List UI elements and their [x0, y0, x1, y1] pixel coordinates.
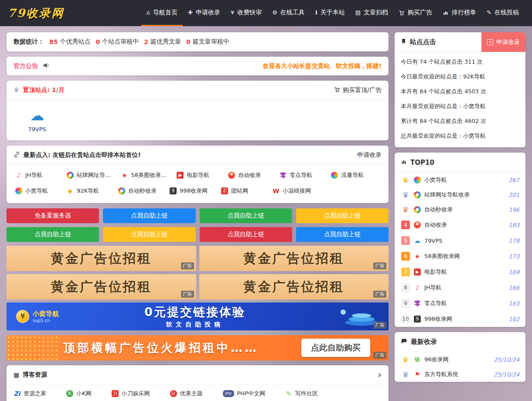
cart-icon [399, 10, 405, 16]
site-link[interactable]: ◆92K导航 [61, 183, 113, 199]
server-ad-button[interactable]: 免备案服务器 [7, 208, 99, 223]
top10-row[interactable]: ♛ 小窝导航 267 [395, 173, 525, 187]
latest-collected-row[interactable]: ♛ 链 96收录网 25/10/24 [395, 352, 525, 367]
gold-ad-banner[interactable]: 黄金广告位招租 广告 [7, 246, 196, 271]
sup5-ad-banner[interactable]: ¥ 小窝导航 sup5.cn 0元提交链接体验 软文自助投稿 广告 [7, 302, 389, 330]
click-stat-line: 今日有 74 个站点被点击 311 次 [401, 54, 519, 69]
site-link[interactable]: K小K网 [66, 390, 92, 398]
apply-plus-icon: ✚ [188, 10, 193, 15]
pinned-site-79vps[interactable]: ☁ 79VPS [16, 109, 58, 133]
red-w-icon: W [273, 187, 280, 194]
latest-in-title: 最新点入: 友链后在贵站点击即排本站首位! [24, 151, 141, 159]
nav-item-submit[interactable]: ✎ 在线投稿 [481, 0, 524, 26]
top10-row[interactable]: 4 自动收录 183 [395, 217, 525, 233]
self-link-button[interactable]: 点我自助上链 [200, 227, 292, 242]
click-stat-line: 本月有 84 个站点被点击 4503 次 [401, 84, 519, 99]
red-u-icon: U [170, 390, 177, 397]
nav-label: 排行榜单 [452, 9, 476, 17]
top-banner-text: 顶部横幅广告位火爆招租中…… [63, 340, 301, 356]
site-link[interactable]: 自动秒收录 [113, 183, 164, 199]
apply-collect-button[interactable]: ＋ 申请收录 [481, 32, 525, 52]
nav-item-apply[interactable]: ✚ 申请收录 [183, 0, 225, 26]
buy-now-button[interactable]: 点此自助购买 [301, 339, 370, 357]
green-pen-icon: ✎ [285, 390, 292, 397]
site-link[interactable]: U优美主题 [170, 390, 203, 398]
site-link[interactable]: W小温链接网 [267, 183, 319, 199]
top10-row[interactable]: 5 ☁ 79VPS 178 [395, 233, 525, 248]
buy-top-ad-link[interactable]: 购买置顶/广告 [334, 86, 382, 94]
site-link[interactable]: 站牌网址导... [61, 167, 116, 183]
top-banner-ad[interactable]: 顶部横幅广告位火爆招租中…… 点此自助购买 广告 [7, 335, 389, 360]
top10-title: TOP10 [410, 159, 434, 167]
site-link[interactable]: 流量导航 [326, 167, 377, 183]
top10-row[interactable]: 9 零 零点导航 163 [395, 296, 525, 311]
paid-review-icon: ¥ [231, 10, 234, 15]
main-column: 数据统计： 85 个优秀站点 0 个站点审核中 2 篇优秀文章 0 篇文章审核中… [7, 32, 389, 401]
self-link-button[interactable]: 点我自助上链 [103, 227, 195, 242]
self-link-button[interactable]: 点我自助上链 [296, 227, 389, 242]
site-link[interactable]: Zi资源之家 [14, 390, 46, 398]
site-link[interactable]: 小窝导航 [10, 183, 61, 199]
dark-badge-icon: 9 [414, 316, 421, 323]
nav-item-paid-review[interactable]: ¥ 收费快审 [225, 0, 267, 26]
submit-pen-icon: ✎ [487, 10, 491, 15]
site-link[interactable]: 零零点导航 [274, 167, 326, 183]
site-link[interactable]: Z团站网 [216, 183, 267, 199]
purple-zero-icon: 零 [280, 172, 286, 179]
pinned-title: 置顶站点: 1/月 [23, 86, 64, 94]
nav-item-buy-ads[interactable]: 购买广告 [393, 0, 437, 26]
self-link-button[interactable]: 点我自助上链 [200, 208, 292, 223]
self-link-button[interactable]: 点我自助上链 [296, 208, 389, 223]
top10-row[interactable]: 6 ★ 58美图收录网 173 [395, 248, 525, 264]
nav-item-about[interactable]: ℹ 关于本站 [310, 0, 350, 26]
site-link[interactable]: phpPHP中文网 [223, 390, 265, 398]
gold-crown-icon: ♛ [401, 356, 410, 364]
click-score: 201 [508, 192, 519, 198]
nav-item-rankings[interactable]: 排行榜单 [437, 0, 481, 26]
gold-ad-banner[interactable]: 黄金广告位招租 广告 [199, 274, 389, 299]
dots-pattern [7, 335, 59, 360]
chevron-right-icon[interactable]: › [378, 370, 382, 380]
google-colors-icon [414, 206, 421, 213]
site-link[interactable]: ✎写作社区 [285, 390, 318, 398]
plus-icon: ＋ [487, 39, 493, 45]
music-note-icon: ♪ [414, 284, 421, 291]
apply-link[interactable]: 申请收录 [357, 151, 382, 159]
site-link[interactable]: 刀小刀娱乐网 [112, 390, 150, 398]
red-star-icon: ★ [121, 172, 128, 179]
stat-value: 0 [186, 38, 191, 45]
top10-row[interactable]: 8 ♪ JH导航 166 [395, 280, 525, 296]
self-link-button[interactable]: 点我自助上链 [103, 208, 195, 223]
top10-row[interactable]: 7 ▶ 电影导航 169 [395, 264, 525, 280]
nav-label: 在线投稿 [494, 9, 519, 17]
site-link[interactable]: ▶电影导航 [171, 167, 223, 183]
nav-item-tools[interactable]: ⚙ 在线工具 [267, 0, 310, 26]
self-link-button[interactable]: 点我自助上链 [7, 227, 99, 242]
gold-diamond-icon: ◆ [67, 187, 74, 194]
nav-item-home[interactable]: ⌂ 导航首页 [141, 0, 183, 26]
sup5-title: 0元提交链接体验 [59, 304, 331, 320]
nav-label: 购买广告 [408, 9, 432, 17]
php-logo-icon: php [223, 390, 234, 397]
site-link[interactable]: ★58美图收录... [116, 167, 171, 183]
click-score: 162 [508, 316, 519, 323]
click-stat-line: 今日最受欢迎的站点是：92K导航 [401, 69, 519, 84]
rainbow-bird-icon [15, 187, 22, 194]
chain-glyph-icon: 链 [414, 356, 421, 363]
site-link[interactable]: 自动收录 [223, 167, 274, 183]
latest-collected-card: 最新收录 ♛ 链 96收录网 25/10/24 ♛ ⚑ 东方导航系统 25/10… [395, 332, 525, 382]
top10-row[interactable]: 10 9 998收录网 162 [395, 311, 525, 327]
nav-item-archive[interactable]: ▤ 文章归档 [350, 0, 393, 26]
gold-ad-banner[interactable]: 黄金广告位招租 广告 [199, 246, 389, 271]
latest-collected-row[interactable]: ♛ ⚑ 东方导航系统 25/10/24 [395, 367, 525, 382]
click-stat-line: 本月最受欢迎的站点是：小窝导航 [401, 99, 519, 114]
top10-row[interactable]: ♛ 自动秒收录 196 [395, 202, 525, 217]
top10-row[interactable]: ♛ 站牌网址导航收录 201 [395, 187, 525, 202]
site-link[interactable]: 9998收录网 [164, 183, 216, 199]
sup5-brand: 小窝导航 [33, 310, 59, 318]
nav-label: 文章归档 [364, 9, 388, 17]
gold-ad-banner[interactable]: 黄金广告位招租 广告 [7, 274, 196, 299]
site-logo[interactable]: 79收录网 [8, 6, 64, 21]
latest-in-sites: ♪JH导航 站牌网址导... ★58美图收录... ▶电影导航 自动收录 零零点… [7, 165, 389, 203]
site-link[interactable]: ♪JH导航 [10, 167, 61, 183]
